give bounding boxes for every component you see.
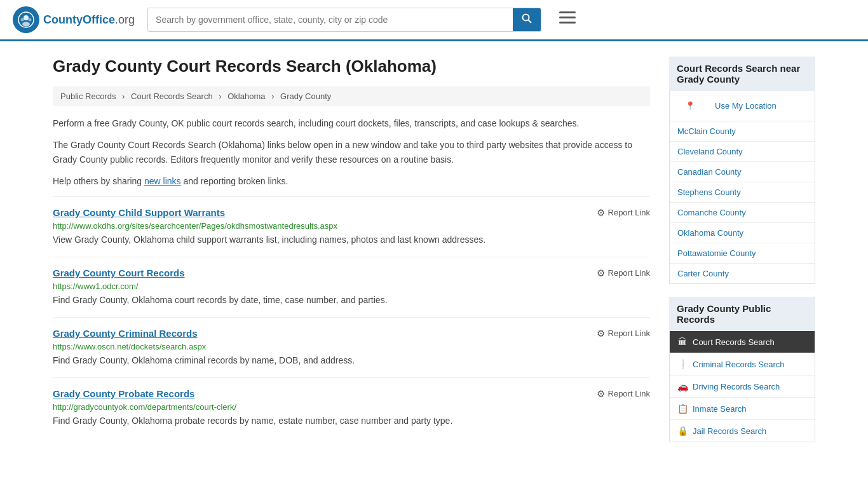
public-record-label-1: Criminal Records Search: [693, 360, 785, 369]
record-item-1: Grady County Court Records ⚙ Report Link…: [53, 257, 650, 317]
search-button[interactable]: [513, 8, 541, 31]
report-icon-2: ⚙: [597, 328, 605, 339]
sub-icon-4: 🔒: [677, 426, 688, 436]
records-list: Grady County Child Support Warrants ⚙ Re…: [53, 196, 650, 438]
nearby-county-link-2[interactable]: Canadian County: [670, 162, 815, 182]
svg-rect-8: [559, 17, 576, 18]
record-title-1[interactable]: Grady County Court Records: [53, 268, 185, 278]
report-icon-1: ⚙: [597, 268, 605, 279]
nearby-county-item-7[interactable]: Carter County: [670, 264, 815, 283]
record-header-2: Grady County Criminal Records ⚙ Report L…: [53, 328, 650, 339]
nearby-county-link-0[interactable]: McClain County: [670, 121, 815, 141]
search-input[interactable]: [148, 8, 513, 31]
report-label-0: Report Link: [608, 208, 650, 217]
use-my-location-link[interactable]: 📍 Use My Location: [670, 91, 815, 121]
public-record-item-2[interactable]: 🚗 Driving Records Search: [670, 376, 815, 398]
nearby-county-link-4[interactable]: Comanche County: [670, 203, 815, 222]
breadcrumb-oklahoma[interactable]: Oklahoma: [227, 92, 265, 101]
sidebar: Court Records Search near Grady County 📍…: [669, 57, 815, 455]
report-label-1: Report Link: [608, 268, 650, 278]
public-record-item-3[interactable]: 📋 Inmate Search: [670, 398, 815, 420]
site-logo[interactable]: CountyOffice.org: [13, 6, 135, 33]
record-header-3: Grady County Probate Records ⚙ Report Li…: [53, 388, 650, 400]
record-title-0[interactable]: Grady County Child Support Warrants: [53, 207, 225, 218]
nearby-county-item-3[interactable]: Stephens County: [670, 182, 815, 203]
use-my-location-item[interactable]: 📍 Use My Location: [670, 91, 815, 121]
svg-point-4: [29, 18, 32, 22]
public-record-link-1[interactable]: ❕ Criminal Records Search: [670, 353, 815, 375]
sub-icon-1: ❕: [677, 359, 688, 369]
breadcrumb-court-records[interactable]: Court Records Search: [131, 92, 213, 101]
description-2: The Grady County Court Records Search (O…: [53, 138, 650, 166]
nearby-county-link-7[interactable]: Carter County: [670, 264, 815, 283]
sub-icon-3: 📋: [677, 403, 688, 414]
public-record-item-0[interactable]: 🏛 Court Records Search: [670, 331, 815, 353]
nearby-county-link-3[interactable]: Stephens County: [670, 182, 815, 202]
nearby-county-link-5[interactable]: Oklahoma County: [670, 223, 815, 243]
nearby-county-item-0[interactable]: McClain County: [670, 121, 815, 142]
report-link-3[interactable]: ⚙ Report Link: [597, 388, 650, 400]
public-record-link-2[interactable]: 🚗 Driving Records Search: [670, 376, 815, 397]
nearby-counties-list: McClain CountyCleveland CountyCanadian C…: [669, 121, 815, 284]
nearby-county-link-1[interactable]: Cleveland County: [670, 142, 815, 161]
public-record-link-4[interactable]: 🔒 Jail Records Search: [670, 420, 815, 442]
report-icon-0: ⚙: [597, 207, 605, 219]
record-title-3[interactable]: Grady County Probate Records: [53, 388, 194, 399]
public-record-label-2: Driving Records Search: [693, 382, 780, 391]
location-icon: 📍: [677, 96, 703, 116]
logo-text: CountyOffice.org: [43, 13, 135, 27]
page-title: Grady County Court Records Search (Oklah…: [53, 57, 650, 76]
description-3: Help others by sharing new links and rep…: [53, 174, 650, 188]
public-record-label-3: Inmate Search: [693, 404, 747, 414]
record-url-2[interactable]: https://www.oscn.net/dockets/search.aspx: [53, 342, 650, 351]
nearby-county-item-5[interactable]: Oklahoma County: [670, 223, 815, 243]
report-link-1[interactable]: ⚙ Report Link: [597, 268, 650, 279]
breadcrumb-public-records[interactable]: Public Records: [60, 92, 116, 101]
nearby-county-link-6[interactable]: Pottawatomie County: [670, 243, 815, 263]
search-bar: [147, 8, 541, 32]
report-label-2: Report Link: [608, 329, 650, 338]
nearby-county-item-4[interactable]: Comanche County: [670, 203, 815, 223]
report-label-3: Report Link: [608, 389, 650, 398]
record-header-0: Grady County Child Support Warrants ⚙ Re…: [53, 207, 650, 219]
public-record-item-4[interactable]: 🔒 Jail Records Search: [670, 420, 815, 442]
record-url-3[interactable]: http://gradycountyok.com/departments/cou…: [53, 402, 650, 412]
svg-line-6: [529, 20, 532, 24]
nearby-heading: Court Records Search near Grady County: [669, 57, 815, 91]
report-link-2[interactable]: ⚙ Report Link: [597, 328, 650, 339]
breadcrumb-sep-2: ›: [219, 92, 221, 101]
menu-button[interactable]: [559, 11, 576, 28]
record-title-2[interactable]: Grady County Criminal Records: [53, 328, 198, 339]
record-header-1: Grady County Court Records ⚙ Report Link: [53, 268, 650, 279]
nearby-county-item-2[interactable]: Canadian County: [670, 162, 815, 182]
nearby-county-item-1[interactable]: Cleveland County: [670, 142, 815, 162]
nearby-county-item-6[interactable]: Pottawatomie County: [670, 243, 815, 264]
record-item-3: Grady County Probate Records ⚙ Report Li…: [53, 377, 650, 438]
sub-icon-0: 🏛: [677, 337, 688, 347]
public-record-link-3[interactable]: 📋 Inmate Search: [670, 398, 815, 419]
report-icon-3: ⚙: [597, 388, 605, 400]
breadcrumb-grady-county[interactable]: Grady County: [280, 92, 331, 101]
svg-rect-7: [559, 11, 576, 13]
report-link-0[interactable]: ⚙ Report Link: [597, 207, 650, 219]
public-record-link-0[interactable]: 🏛 Court Records Search: [670, 331, 815, 353]
use-my-location-label: Use My Location: [707, 96, 784, 116]
main-content: Grady County Court Records Search (Oklah…: [53, 57, 650, 455]
svg-point-1: [24, 15, 29, 20]
public-record-item-1[interactable]: ❕ Criminal Records Search: [670, 353, 815, 376]
nearby-list: 📍 Use My Location: [669, 91, 815, 121]
record-item-0: Grady County Child Support Warrants ⚙ Re…: [53, 196, 650, 257]
breadcrumb: Public Records › Court Records Search › …: [53, 86, 650, 106]
record-desc-2: Find Grady County, Oklahoma criminal rec…: [53, 354, 650, 367]
public-records-section: Grady County Public Records 🏛 Court Reco…: [669, 297, 815, 442]
public-records-list: 🏛 Court Records Search ❕ Criminal Record…: [669, 331, 815, 442]
site-header: CountyOffice.org: [0, 0, 868, 41]
record-url-1[interactable]: https://www1.odcr.com/: [53, 281, 650, 291]
logo-icon: [13, 6, 39, 33]
new-links-link[interactable]: new links: [144, 176, 181, 186]
page-container: Grady County Court Records Search (Oklah…: [40, 41, 828, 470]
nearby-section: Court Records Search near Grady County 📍…: [669, 57, 815, 284]
record-url-0[interactable]: http://www.okdhs.org/sites/searchcenter/…: [53, 221, 650, 231]
svg-point-3: [21, 18, 24, 22]
public-records-heading: Grady County Public Records: [669, 297, 815, 331]
